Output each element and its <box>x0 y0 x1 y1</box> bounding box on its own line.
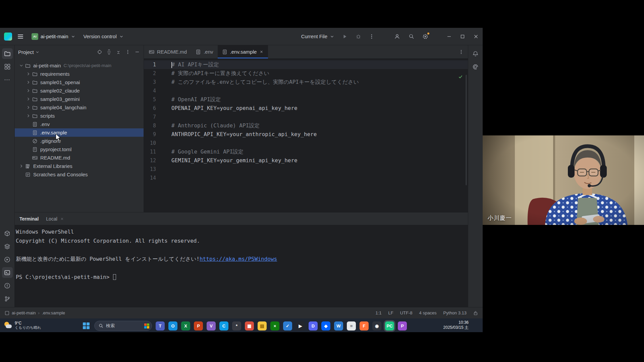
code-line-9[interactable]: 9ANTHROPIC_API_KEY=your_anthropic_api_ke… <box>144 130 468 139</box>
tree-item-ai-petit-main[interactable]: ai-petit-mainC:\projects\ai-petit-main <box>15 61 144 70</box>
packages-tool-button[interactable] <box>2 228 13 239</box>
chevron-right-icon[interactable] <box>25 113 32 118</box>
tree-item-README.md[interactable]: README.md <box>15 154 144 162</box>
chevron-right-icon[interactable] <box>18 164 24 169</box>
status-1-1[interactable]: 1:1 <box>375 310 381 315</box>
terminal-output[interactable]: Windows PowerShellCopyright (C) Microsof… <box>15 225 468 307</box>
vcs-selector[interactable]: Version control <box>81 31 126 42</box>
close-button[interactable] <box>469 28 483 45</box>
project-selector[interactable]: AI ai-petit-main <box>29 31 78 42</box>
purple-app-icon[interactable]: P <box>398 321 407 330</box>
terminal-title[interactable]: Terminal <box>19 216 39 222</box>
code-line-14[interactable]: 14 <box>144 174 468 182</box>
expand-all-button[interactable] <box>105 48 113 56</box>
run-button[interactable] <box>339 31 351 42</box>
project-panel-title[interactable]: Project <box>18 49 34 55</box>
grid-app-icon[interactable]: ▦ <box>245 321 254 330</box>
chevron-right-icon[interactable] <box>25 80 32 85</box>
taskbar-clock[interactable]: 10:36 2025/03/15 土 <box>443 320 469 330</box>
tree-item-Scratches and Consoles[interactable]: Scratches and Consoles <box>15 170 144 179</box>
code-area[interactable]: 1# AI APIキー設定2# 実際のAPIキーに置き換えてください3# このフ… <box>144 59 468 212</box>
chevron-right-icon[interactable] <box>25 71 32 76</box>
more-actions-button[interactable] <box>366 31 377 42</box>
problems-tool-button[interactable] <box>2 280 13 291</box>
code-with-me-button[interactable] <box>391 31 403 42</box>
taskbar-search[interactable]: 検索 <box>94 321 152 331</box>
breadcrumb-project[interactable]: ai-petit-main <box>12 310 36 315</box>
code-line-8[interactable]: 8# Anthropic (Claude) API設定 <box>144 121 468 130</box>
firefox-icon[interactable]: F <box>360 321 369 330</box>
visual-studio-icon[interactable]: V <box>207 321 216 330</box>
tree-item-.env[interactable]: .env <box>15 120 144 128</box>
media-player-icon[interactable]: ▶ <box>296 321 305 330</box>
file-explorer-icon[interactable]: ▤ <box>258 321 267 330</box>
chevron-right-icon[interactable] <box>25 88 32 93</box>
tree-item-scripts[interactable]: scripts <box>15 112 144 120</box>
terminal-link[interactable]: https://aka.ms/PSWindows <box>200 256 277 262</box>
code-line-7[interactable]: 7 <box>144 113 468 121</box>
locate-file-button[interactable] <box>95 48 104 56</box>
chevron-right-icon[interactable] <box>25 97 32 102</box>
status-utf-8[interactable]: UTF-8 <box>400 310 413 315</box>
notepad-icon[interactable]: ≡ <box>347 321 356 330</box>
dropbox-icon[interactable]: ◆ <box>321 321 330 330</box>
status-lf[interactable]: LF <box>388 310 393 315</box>
tree-item-.env.sample[interactable]: .env.sample <box>15 128 144 137</box>
code-line-6[interactable]: 6OPENAI_API_KEY=your_openai_api_key_here <box>144 104 468 113</box>
tree-item-sample03_gemini[interactable]: sample03_gemini <box>15 95 144 103</box>
minimize-button[interactable] <box>442 28 456 45</box>
code-line-12[interactable]: 12GEMINI_API_KEY=your_gemini_api_key_her… <box>144 156 468 165</box>
maximize-button[interactable] <box>456 28 469 45</box>
breadcrumb-file[interactable]: .env.sample <box>42 310 65 315</box>
run-configuration-selector[interactable]: Current File <box>299 31 337 42</box>
close-icon[interactable] <box>259 50 264 54</box>
collapse-all-button[interactable] <box>114 48 123 56</box>
editor-scrollbar[interactable] <box>466 75 467 185</box>
services-tool-button[interactable] <box>2 241 13 252</box>
tree-item-sample01_openai[interactable]: sample01_openai <box>15 78 144 86</box>
status-4-spaces[interactable]: 4 spaces <box>419 310 437 315</box>
code-line-1[interactable]: 1# AI APIキー設定 <box>144 60 468 69</box>
project-tool-button[interactable] <box>2 48 13 59</box>
code-line-13[interactable]: 13 <box>144 165 468 174</box>
code-line-10[interactable]: 10 <box>144 139 468 147</box>
structure-tool-button[interactable] <box>2 61 13 72</box>
panel-options-button[interactable] <box>123 48 132 56</box>
tab-list-options-button[interactable] <box>459 49 464 55</box>
close-icon[interactable] <box>60 217 64 221</box>
start-button[interactable] <box>82 321 91 330</box>
chevron-down-icon[interactable] <box>18 63 24 68</box>
chevron-right-icon[interactable] <box>25 105 32 110</box>
tree-item-pyproject.toml[interactable]: pyproject.toml <box>15 145 144 154</box>
version-control-tool-button[interactable] <box>2 293 13 304</box>
ai-assistant-button[interactable] <box>470 61 481 72</box>
editor-tab-.env.sample[interactable]: .env.sample <box>218 45 268 58</box>
debug-button[interactable] <box>353 31 364 42</box>
excel-icon[interactable]: X <box>181 321 190 330</box>
code-line-2[interactable]: 2# 実際のAPIキーに置き換えてください <box>144 69 468 78</box>
run-tool-button[interactable] <box>2 254 13 265</box>
search-everywhere-button[interactable] <box>406 31 417 42</box>
powerpoint-icon[interactable]: P <box>194 321 203 330</box>
readonly-lock-icon[interactable] <box>473 311 478 315</box>
code-line-5[interactable]: 5# OpenAI API設定 <box>144 95 468 104</box>
code-line-11[interactable]: 11# Google Gemini API設定 <box>144 147 468 156</box>
xbox-icon[interactable]: × <box>270 321 279 330</box>
tree-item-.gitignore[interactable]: .gitignore <box>15 137 144 145</box>
code-line-4[interactable]: 4 <box>144 86 468 95</box>
editor-tab-.env[interactable]: .env <box>191 45 217 58</box>
todo-check-icon[interactable]: ✓ <box>283 321 292 330</box>
more-tool-windows-button[interactable]: ⋯ <box>2 74 13 85</box>
status-python-3-13[interactable]: Python 3.13 <box>443 310 467 315</box>
settings-button[interactable] <box>420 31 431 42</box>
tree-item-External Libraries[interactable]: External Libraries <box>15 162 144 170</box>
chatgpt-icon[interactable]: * <box>232 321 241 330</box>
terminal-tab-local[interactable]: Local <box>45 213 65 225</box>
outlook-icon[interactable]: O <box>168 321 177 330</box>
capture-app-icon[interactable]: ◉ <box>372 321 381 330</box>
hide-panel-button[interactable] <box>133 48 142 56</box>
terminal-tool-button[interactable] <box>2 267 13 278</box>
tree-item-requirements[interactable]: requirements <box>15 70 144 78</box>
teams-icon[interactable]: T <box>156 321 165 330</box>
word-icon[interactable]: W <box>334 321 343 330</box>
